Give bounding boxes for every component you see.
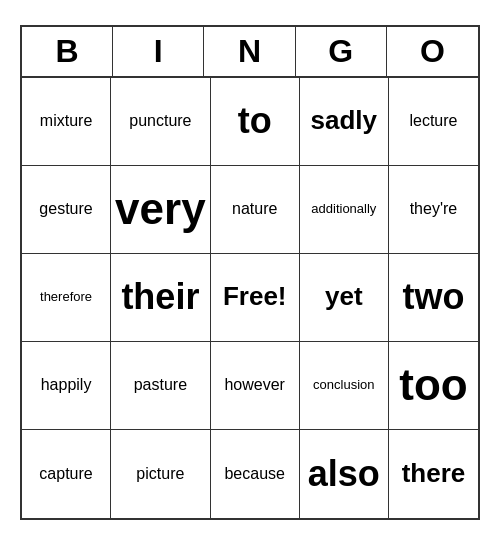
bingo-cell: pasture	[111, 342, 211, 430]
cell-text: capture	[39, 464, 92, 483]
bingo-cell: nature	[211, 166, 300, 254]
cell-text: pasture	[134, 375, 187, 394]
cell-text: however	[224, 375, 284, 394]
cell-text: mixture	[40, 111, 92, 130]
bingo-cell: because	[211, 430, 300, 518]
bingo-card: BINGO mixturepuncturetosadlylecturegestu…	[20, 25, 480, 520]
bingo-cell: too	[389, 342, 478, 430]
bingo-grid: mixturepuncturetosadlylecturegesturevery…	[22, 78, 478, 518]
bingo-cell: their	[111, 254, 211, 342]
bingo-cell: Free!	[211, 254, 300, 342]
cell-text: two	[402, 275, 464, 318]
cell-text: sadly	[311, 105, 378, 136]
bingo-cell: also	[300, 430, 389, 518]
cell-text: to	[238, 99, 272, 142]
cell-text: their	[121, 275, 199, 318]
bingo-cell: picture	[111, 430, 211, 518]
bingo-cell: there	[389, 430, 478, 518]
cell-text: happily	[41, 375, 92, 394]
bingo-cell: mixture	[22, 78, 111, 166]
header-letter: G	[296, 27, 387, 76]
header-letter: O	[387, 27, 478, 76]
cell-text: picture	[136, 464, 184, 483]
bingo-cell: puncture	[111, 78, 211, 166]
bingo-cell: sadly	[300, 78, 389, 166]
bingo-cell: therefore	[22, 254, 111, 342]
cell-text: gesture	[39, 199, 92, 218]
cell-text: Free!	[223, 281, 287, 312]
bingo-cell: lecture	[389, 78, 478, 166]
cell-text: there	[402, 458, 466, 489]
cell-text: yet	[325, 281, 363, 312]
bingo-cell: capture	[22, 430, 111, 518]
header-letter: I	[113, 27, 204, 76]
bingo-header: BINGO	[22, 27, 478, 78]
bingo-cell: yet	[300, 254, 389, 342]
cell-text: conclusion	[313, 377, 374, 393]
cell-text: too	[399, 359, 467, 412]
bingo-cell: happily	[22, 342, 111, 430]
bingo-cell: they're	[389, 166, 478, 254]
cell-text: very	[115, 183, 206, 236]
bingo-cell: additionally	[300, 166, 389, 254]
cell-text: additionally	[311, 201, 376, 217]
cell-text: nature	[232, 199, 277, 218]
cell-text: because	[224, 464, 285, 483]
cell-text: also	[308, 452, 380, 495]
header-letter: N	[204, 27, 295, 76]
header-letter: B	[22, 27, 113, 76]
cell-text: therefore	[40, 289, 92, 305]
bingo-cell: very	[111, 166, 211, 254]
cell-text: they're	[410, 199, 458, 218]
bingo-cell: to	[211, 78, 300, 166]
cell-text: lecture	[409, 111, 457, 130]
bingo-cell: gesture	[22, 166, 111, 254]
bingo-cell: conclusion	[300, 342, 389, 430]
cell-text: puncture	[129, 111, 191, 130]
bingo-cell: however	[211, 342, 300, 430]
bingo-cell: two	[389, 254, 478, 342]
